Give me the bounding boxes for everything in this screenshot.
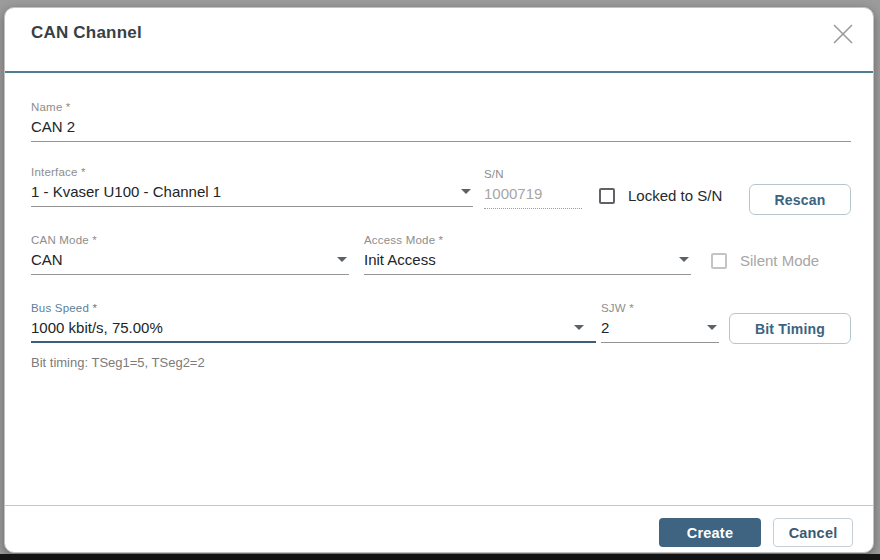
- serial-label: S/N: [484, 168, 582, 180]
- close-icon: [830, 21, 856, 47]
- name-input[interactable]: [31, 118, 851, 142]
- access-mode-value: Init Access: [364, 251, 436, 268]
- access-mode-field: Access Mode * Init Access: [364, 234, 691, 275]
- interface-value: 1 - Kvaser U100 - Channel 1: [31, 183, 221, 200]
- create-button[interactable]: Create: [659, 518, 761, 547]
- header-divider: [5, 71, 873, 73]
- can-mode-value: CAN: [31, 251, 63, 268]
- can-mode-select[interactable]: CAN: [31, 251, 349, 275]
- chevron-down-icon: [679, 257, 689, 262]
- sjw-select[interactable]: 2: [601, 319, 719, 343]
- bit-timing-hint: Bit timing: TSeg1=5, TSeg2=2: [31, 355, 205, 370]
- bus-speed-value: 1000 kbit/s, 75.00%: [31, 319, 163, 336]
- chevron-down-icon: [337, 257, 347, 262]
- close-button[interactable]: [827, 18, 859, 50]
- can-channel-dialog: CAN Channel Name * Interface * 1 - Kvase…: [4, 7, 874, 553]
- interface-field: Interface * 1 - Kvaser U100 - Channel 1: [31, 166, 473, 207]
- bus-speed-select[interactable]: 1000 kbit/s, 75.00%: [31, 319, 596, 343]
- name-field: Name *: [31, 101, 851, 142]
- checkbox-icon: [599, 188, 615, 204]
- access-mode-label: Access Mode *: [364, 234, 691, 246]
- serial-value: 1000719: [484, 185, 582, 209]
- footer-divider: [5, 505, 873, 506]
- access-mode-select[interactable]: Init Access: [364, 251, 691, 275]
- serial-field: S/N 1000719: [484, 168, 582, 209]
- bus-speed-field: Bus Speed * 1000 kbit/s, 75.00%: [31, 302, 596, 343]
- bus-speed-label: Bus Speed *: [31, 302, 596, 314]
- rescan-button[interactable]: Rescan: [749, 184, 851, 215]
- interface-select[interactable]: 1 - Kvaser U100 - Channel 1: [31, 183, 473, 207]
- checkbox-icon: [711, 253, 727, 269]
- can-mode-label: CAN Mode *: [31, 234, 349, 246]
- chevron-down-icon: [707, 325, 717, 330]
- bit-timing-button[interactable]: Bit Timing: [729, 313, 851, 344]
- interface-label: Interface *: [31, 166, 473, 178]
- locked-to-sn-checkbox[interactable]: Locked to S/N: [599, 187, 722, 204]
- dialog-title: CAN Channel: [31, 23, 142, 43]
- cancel-button[interactable]: Cancel: [773, 518, 853, 547]
- sjw-field: SJW * 2: [601, 302, 719, 343]
- chevron-down-icon: [461, 189, 471, 194]
- locked-to-sn-label: Locked to S/N: [628, 187, 722, 204]
- taskbar-edge: [0, 554, 880, 560]
- silent-mode-checkbox: Silent Mode: [711, 252, 819, 269]
- name-label: Name *: [31, 101, 851, 113]
- chevron-down-icon: [574, 325, 584, 330]
- can-mode-field: CAN Mode * CAN: [31, 234, 349, 275]
- silent-mode-label: Silent Mode: [740, 252, 819, 269]
- sjw-value: 2: [601, 319, 609, 336]
- sjw-label: SJW *: [601, 302, 719, 314]
